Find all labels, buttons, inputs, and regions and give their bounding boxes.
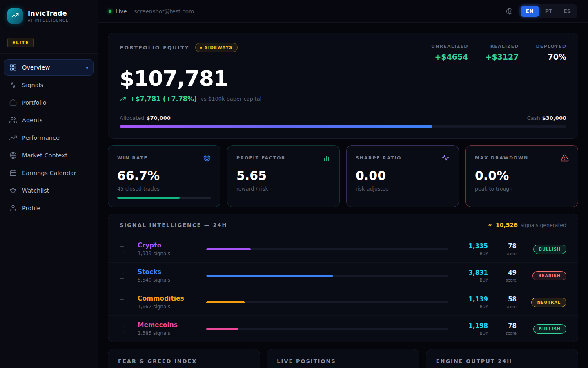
- score-label: score: [495, 278, 517, 283]
- deployed-value: 70%: [536, 52, 567, 61]
- sidebar-item-overview[interactable]: Overview: [4, 59, 94, 76]
- score-value: 78: [495, 322, 517, 330]
- category-bar-fill: [206, 275, 333, 277]
- sidebar-item-label: Portfolio: [22, 99, 47, 106]
- sidebar-item-label: Agents: [22, 117, 42, 123]
- sharpe-ratio-label: SHARPE RATIO: [356, 155, 401, 161]
- stat-cards-row: WIN RATE 66.7% 45 closed trades PROFIT F…: [108, 145, 578, 207]
- category-bar-track: [206, 328, 448, 330]
- category-signal-count: 5,540 signals: [138, 277, 199, 283]
- realized-label: REALIZED: [485, 44, 519, 49]
- category-bar-track: [206, 301, 448, 303]
- pulse-icon: [441, 154, 450, 162]
- deployed-stat: DEPLOYED 70%: [536, 44, 567, 61]
- sentiment-badge: BULLISH: [533, 324, 566, 334]
- score-label: score: [495, 251, 517, 256]
- win-rate-card: WIN RATE 66.7% 45 closed trades: [108, 145, 220, 207]
- sidebar-item-watchlist[interactable]: Watchlist: [4, 182, 94, 199]
- realized-value: +$3127: [485, 52, 519, 61]
- sidebar-item-label: Overview: [22, 64, 50, 71]
- allocation-bar-track: [120, 125, 566, 128]
- signal-row-stocks[interactable]: Stocks 5,540 signals 3,831 BUY 49 score …: [108, 263, 578, 289]
- sentiment-badge: BEARISH: [532, 271, 566, 280]
- sidebar: InvicTrade AI INTELLIGENCE ELITE Overvie…: [0, 0, 98, 368]
- sidebar-item-profile[interactable]: Profile: [4, 200, 94, 216]
- tier-section: ELITE: [0, 32, 98, 54]
- signal-intelligence-title: SIGNAL INTELLIGENCE — 24H: [120, 222, 227, 228]
- live-positions-title: LIVE POSITIONS: [277, 358, 409, 364]
- signal-row-commodities[interactable]: Commodities 1,662 signals 1,139 BUY 58 s…: [108, 289, 578, 316]
- sidebar-item-label: Market Context: [22, 152, 67, 159]
- sidebar-item-agents[interactable]: Agents: [4, 112, 94, 128]
- fear-greed-title: FEAR & GREED INDEX: [118, 358, 250, 364]
- sidebar-item-label: Performance: [22, 135, 60, 141]
- signals-generated-suffix: signals generated: [521, 222, 566, 228]
- lightning-icon: [488, 222, 493, 228]
- sidebar-item-earnings-calendar[interactable]: Earnings Calendar: [4, 165, 94, 181]
- live-positions-card: LIVE POSITIONS: [267, 349, 419, 368]
- unrealized-label: UNREALIZED: [431, 44, 468, 49]
- score-label: score: [495, 305, 517, 309]
- sentiment-badge: BULLISH: [533, 245, 566, 254]
- max-drawdown-card: MAX DRAWDOWN 0.0% peak to trough: [466, 145, 578, 207]
- brand-header: InvicTrade AI INTELLIGENCE: [0, 0, 98, 32]
- alert-triangle-icon: [561, 154, 569, 162]
- deployed-label: DEPLOYED: [536, 44, 567, 49]
- category-name: Stocks: [138, 268, 199, 276]
- cash-value: $30,000: [542, 115, 566, 121]
- equity-value: $107,781: [120, 66, 566, 91]
- sidebar-nav: Overview Signals Portfolio Agents Per: [0, 54, 98, 222]
- buy-label: BUY: [455, 278, 488, 283]
- buy-label: BUY: [455, 331, 488, 336]
- live-status-dot: [109, 10, 111, 13]
- lang-button-es[interactable]: ES: [558, 6, 576, 17]
- sidebar-item-signals[interactable]: Signals: [4, 77, 94, 93]
- signal-row-crypto[interactable]: Crypto 1,939 signals 1,335 BUY 78 score …: [108, 236, 578, 263]
- equity-change: +$7,781 (+7.78%): [130, 95, 197, 103]
- brand-logo-icon: [7, 8, 23, 24]
- buy-count: 1,198: [455, 322, 488, 330]
- fear-greed-card: FEAR & GREED INDEX: [108, 349, 260, 368]
- win-rate-label: WIN RATE: [117, 155, 148, 161]
- target-icon: [203, 154, 211, 162]
- sharpe-ratio-value: 0.00: [356, 168, 450, 183]
- topbar: Live screenshot@test.com EN PT ES: [98, 0, 588, 23]
- sidebar-item-market-context[interactable]: Market Context: [4, 147, 94, 164]
- active-indicator-dot: [86, 67, 88, 69]
- portfolio-equity-card: PORTFOLIO EQUITY SIDEWAYS UNREALIZED +$4…: [108, 33, 578, 139]
- dashboard-content: PORTFOLIO EQUITY SIDEWAYS UNREALIZED +$4…: [98, 23, 588, 368]
- brand-name: InvicTrade: [28, 9, 69, 17]
- tier-badge: ELITE: [7, 38, 34, 47]
- sidebar-item-label: Earnings Calendar: [22, 170, 76, 176]
- sidebar-item-performance[interactable]: Performance: [4, 130, 94, 146]
- user-icon: [9, 204, 17, 212]
- win-rate-bar-track: [117, 197, 211, 199]
- category-glyph-placeholder: [120, 299, 124, 305]
- signals-generated-count: 10,526: [496, 222, 518, 228]
- sharpe-ratio-sub: risk-adjusted: [356, 186, 450, 192]
- trend-badge-label: SIDEWAYS: [205, 45, 233, 50]
- sidebar-item-label: Profile: [22, 205, 40, 211]
- main-area: Live screenshot@test.com EN PT ES PORTFO…: [98, 0, 588, 368]
- score-value: 49: [495, 269, 517, 276]
- score-value: 78: [495, 242, 517, 250]
- category-signal-count: 1,385 signals: [138, 330, 199, 336]
- buy-label: BUY: [455, 251, 488, 256]
- category-bar-track: [206, 248, 448, 250]
- language-globe-icon[interactable]: [506, 8, 513, 15]
- lang-button-pt[interactable]: PT: [540, 6, 558, 17]
- win-rate-bar-fill: [117, 197, 180, 199]
- trend-badge: SIDEWAYS: [195, 43, 238, 52]
- max-drawdown-sub: peak to trough: [475, 186, 569, 192]
- sidebar-item-portfolio[interactable]: Portfolio: [4, 94, 94, 111]
- win-rate-value: 66.7%: [117, 168, 211, 183]
- engine-output-card: ENGINE OUTPUT 24H: [426, 349, 578, 368]
- unrealized-stat: UNREALIZED +$4654: [431, 44, 468, 61]
- category-bar-fill: [206, 328, 238, 330]
- trend-badge-dot: [200, 47, 202, 49]
- sharpe-ratio-card: SHARPE RATIO 0.00 risk-adjusted: [346, 145, 459, 207]
- category-name: Memecoins: [138, 321, 199, 329]
- lang-button-en[interactable]: EN: [521, 6, 539, 17]
- category-bar-fill: [206, 301, 245, 303]
- signal-row-memecoins[interactable]: Memecoins 1,385 signals 1,198 BUY 78 sco…: [108, 316, 578, 342]
